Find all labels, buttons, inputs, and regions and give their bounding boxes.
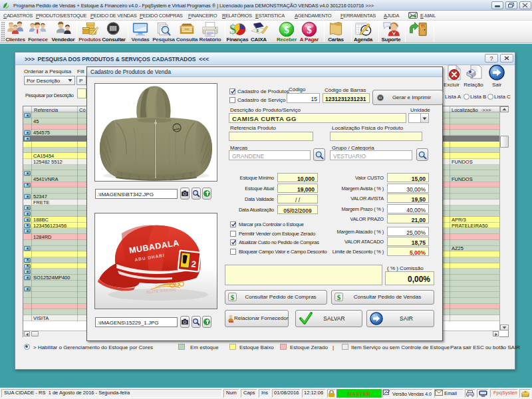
svg-text:$: $ <box>229 22 236 37</box>
svg-text:EXIT: EXIT <box>420 25 426 28</box>
svg-text:$: $ <box>307 24 312 35</box>
svg-text:$: $ <box>337 293 341 301</box>
svg-text:$: $ <box>284 24 289 35</box>
svg-text:$: $ <box>231 293 235 301</box>
